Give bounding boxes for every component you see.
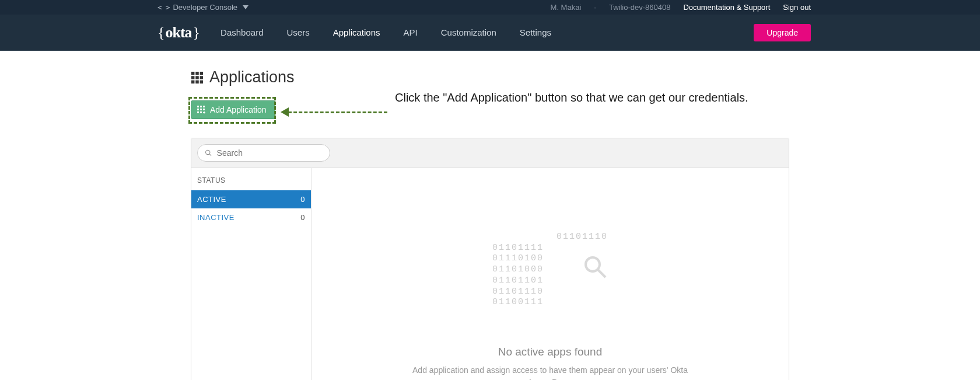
svg-rect-14: [203, 109, 205, 110]
content-area: Applications Add Application Click the "…: [191, 51, 789, 380]
status-label: INACTIVE: [197, 213, 235, 222]
svg-rect-10: [200, 106, 202, 107]
svg-line-20: [598, 270, 606, 277]
svg-rect-4: [195, 76, 199, 79]
page-title: Applications: [209, 68, 295, 86]
search-input-wrap[interactable]: [197, 144, 330, 162]
search-input[interactable]: [217, 148, 323, 158]
svg-rect-5: [200, 76, 204, 79]
status-filter-active[interactable]: ACTIVE 0: [191, 190, 311, 208]
add-application-label: Add Application: [210, 105, 267, 114]
org-name[interactable]: Twilio-dev-860408: [609, 3, 671, 12]
nav-users[interactable]: Users: [286, 27, 309, 37]
apps-grid-icon: [191, 71, 204, 84]
svg-rect-6: [191, 80, 195, 83]
nav-settings[interactable]: Settings: [520, 27, 551, 37]
nav-applications[interactable]: Applications: [333, 27, 380, 37]
okta-logo[interactable]: okta: [158, 24, 200, 41]
status-count: 0: [300, 195, 305, 204]
svg-rect-15: [197, 111, 199, 113]
svg-rect-13: [200, 109, 202, 110]
binary-art: 01101110 01101111 01110100 01101000 0110…: [492, 221, 608, 330]
separator-dot: ·: [594, 3, 596, 12]
status-label: ACTIVE: [197, 195, 226, 204]
annotation-text: Click the "Add Application" button so th…: [395, 91, 748, 104]
status-sidebar: STATUS ACTIVE 0 INACTIVE 0: [191, 168, 312, 380]
apps-add-icon: [197, 106, 205, 114]
status-filter-inactive[interactable]: INACTIVE 0: [191, 208, 311, 226]
svg-rect-2: [200, 71, 204, 75]
svg-rect-8: [200, 80, 204, 83]
empty-state-title: No active apps found: [498, 346, 603, 358]
svg-rect-0: [191, 71, 195, 75]
empty-state-subtitle: Add application and assign access to hav…: [410, 364, 690, 381]
nav-links: Dashboard Users Applications API Customi…: [220, 27, 551, 37]
svg-rect-1: [195, 71, 199, 75]
svg-point-17: [206, 150, 210, 154]
primary-nav: okta Dashboard Users Applications API Cu…: [0, 15, 980, 51]
magnifier-icon: [506, 244, 530, 267]
svg-rect-3: [191, 76, 195, 79]
add-application-button[interactable]: Add Application: [191, 100, 275, 119]
upgrade-button[interactable]: Upgrade: [754, 24, 811, 41]
applications-panel: STATUS ACTIVE 0 INACTIVE 0 01101110 0110…: [191, 138, 789, 380]
svg-rect-12: [197, 109, 199, 110]
empty-state: 01101110 01101111 01110100 01101000 0110…: [312, 168, 789, 380]
user-name[interactable]: M. Makai: [551, 3, 582, 12]
nav-dashboard[interactable]: Dashboard: [220, 27, 263, 37]
svg-rect-16: [200, 111, 202, 113]
nav-customization[interactable]: Customization: [441, 27, 496, 37]
annotation-arrow: [279, 107, 387, 117]
svg-point-19: [586, 257, 600, 271]
search-bar-row: [191, 138, 789, 168]
status-header: STATUS: [191, 168, 311, 190]
documentation-support-link[interactable]: Documentation & Support: [683, 3, 770, 12]
code-bracket-icon: < >: [158, 3, 169, 12]
svg-rect-7: [195, 80, 199, 83]
chevron-down-icon[interactable]: [243, 5, 249, 9]
status-count: 0: [300, 213, 305, 222]
console-switcher[interactable]: Developer Console: [173, 3, 237, 12]
svg-rect-11: [203, 106, 205, 107]
svg-rect-9: [197, 106, 199, 107]
top-utility-bar: < > Developer Console M. Makai · Twilio-…: [0, 0, 980, 15]
nav-api[interactable]: API: [404, 27, 418, 37]
svg-line-18: [209, 154, 211, 156]
arrow-head-icon: [281, 107, 289, 117]
search-icon: [205, 149, 212, 157]
arrow-line: [288, 111, 387, 113]
sign-out-link[interactable]: Sign out: [783, 3, 811, 12]
